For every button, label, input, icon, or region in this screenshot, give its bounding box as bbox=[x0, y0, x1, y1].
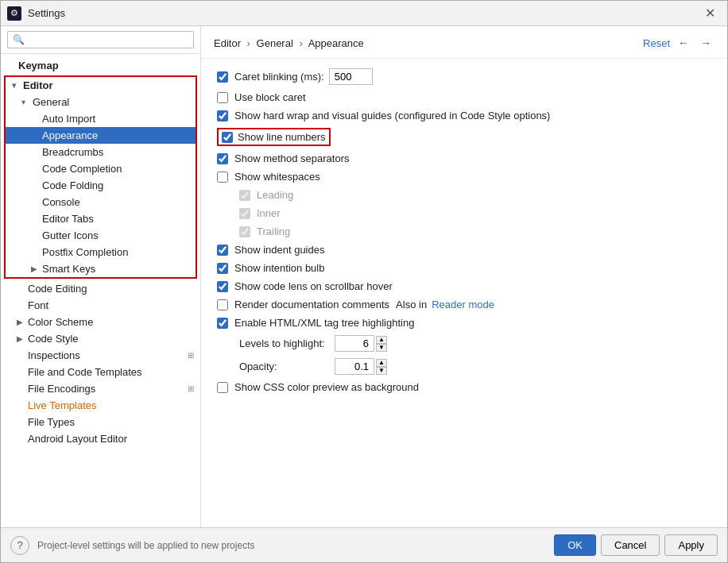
content-header: Editor › General › Appearance Reset ← → bbox=[201, 26, 727, 59]
sidebar-item-code-completion[interactable]: Code Completion bbox=[6, 160, 196, 177]
sidebar-item-font[interactable]: Font bbox=[1, 297, 200, 314]
opacity-increment-button[interactable]: ▲ bbox=[376, 359, 387, 367]
footer-buttons: OK Cancel Apply bbox=[554, 534, 718, 556]
forward-button[interactable]: → bbox=[697, 34, 714, 52]
show-line-numbers-checkbox[interactable] bbox=[222, 132, 233, 143]
trailing-row: Trailing bbox=[239, 226, 711, 237]
enable-html-xml-checkbox[interactable] bbox=[217, 318, 228, 329]
inner-checkbox[interactable] bbox=[239, 208, 250, 219]
sidebar-label-code-folding: Code Folding bbox=[42, 179, 103, 191]
help-button[interactable]: ? bbox=[10, 536, 29, 555]
sidebar-item-appearance[interactable]: Appearance bbox=[6, 127, 196, 144]
use-block-caret-checkbox[interactable] bbox=[217, 92, 228, 103]
sidebar-label-breadcrumbs: Breadcrumbs bbox=[42, 146, 103, 158]
show-css-preview-checkbox[interactable] bbox=[217, 382, 228, 393]
apply-button[interactable]: Apply bbox=[664, 534, 718, 556]
levels-increment-button[interactable]: ▲ bbox=[376, 336, 387, 344]
sidebar-item-file-types[interactable]: File Types bbox=[1, 414, 200, 430]
show-indent-guides-row: Show indent guides bbox=[217, 244, 711, 256]
sidebar-item-editor[interactable]: ▾ Editor bbox=[6, 77, 196, 94]
caret-blinking-label: Caret blinking (ms): bbox=[234, 71, 324, 83]
back-button[interactable]: ← bbox=[675, 34, 692, 52]
sidebar-label-postfix-completion: Postfix Completion bbox=[42, 246, 128, 258]
levels-decrement-button[interactable]: ▼ bbox=[376, 344, 387, 352]
breadcrumb-appearance: Appearance bbox=[308, 37, 364, 49]
close-button[interactable]: ✕ bbox=[699, 2, 721, 25]
settings-window: ⚙ Settings ✕ Keymap▾ Editor▾ GeneralAuto… bbox=[0, 0, 728, 563]
dialog-body: Keymap▾ Editor▾ GeneralAuto ImportAppear… bbox=[1, 26, 727, 562]
sidebar-label-editor-tabs: Editor Tabs bbox=[42, 213, 94, 225]
levels-to-highlight-spinner: ▲ ▼ bbox=[335, 335, 387, 352]
sidebar-item-smart-keys[interactable]: ▶ Smart Keys bbox=[6, 260, 196, 277]
show-method-separators-checkbox[interactable] bbox=[217, 153, 228, 164]
show-css-preview-label: Show CSS color preview as background bbox=[234, 381, 419, 393]
show-whitespaces-checkbox[interactable] bbox=[217, 172, 228, 183]
opacity-input[interactable] bbox=[335, 358, 374, 375]
levels-to-highlight-label: Levels to highlight: bbox=[239, 337, 335, 349]
main-area: Keymap▾ Editor▾ GeneralAuto ImportAppear… bbox=[1, 26, 727, 527]
badge-inspections: ⊞ bbox=[188, 351, 194, 360]
sidebar-item-inspections[interactable]: Inspections⊞ bbox=[1, 347, 200, 364]
breadcrumb: Editor › General › Appearance bbox=[214, 37, 643, 49]
opacity-decrement-button[interactable]: ▼ bbox=[376, 367, 387, 375]
sidebar-item-gutter-icons[interactable]: Gutter Icons bbox=[6, 227, 196, 244]
tree-arrow-color-scheme: ▶ bbox=[17, 318, 28, 326]
sidebar-item-keymap[interactable]: Keymap bbox=[1, 57, 200, 74]
sidebar-item-auto-import[interactable]: Auto Import bbox=[6, 110, 196, 127]
sidebar-label-file-code-templates: File and Code Templates bbox=[28, 366, 142, 378]
sidebar-item-file-code-templates[interactable]: File and Code Templates bbox=[1, 364, 200, 380]
inner-row: Inner bbox=[239, 207, 711, 219]
show-code-lens-checkbox[interactable] bbox=[217, 281, 228, 292]
show-indent-guides-checkbox[interactable] bbox=[217, 245, 228, 256]
show-hard-wrap-label: Show hard wrap and visual guides (config… bbox=[234, 110, 550, 121]
tree-arrow-code-style: ▶ bbox=[17, 334, 28, 343]
show-whitespaces-row: Show whitespaces bbox=[217, 171, 711, 183]
show-hard-wrap-row: Show hard wrap and visual guides (config… bbox=[217, 110, 711, 121]
sidebar-item-code-editing[interactable]: Code Editing bbox=[1, 280, 200, 297]
title-bar-text: Settings bbox=[28, 7, 699, 19]
ok-button[interactable]: OK bbox=[554, 534, 596, 556]
sidebar-item-breadcrumbs[interactable]: Breadcrumbs bbox=[6, 144, 196, 160]
header-actions: Reset ← → bbox=[643, 34, 714, 52]
reset-button[interactable]: Reset bbox=[643, 37, 670, 49]
sidebar-item-editor-tabs[interactable]: Editor Tabs bbox=[6, 210, 196, 227]
title-bar: ⚙ Settings ✕ bbox=[1, 1, 727, 26]
show-css-preview-row: Show CSS color preview as background bbox=[217, 381, 711, 393]
show-line-numbers-highlight: Show line numbers bbox=[217, 128, 331, 146]
sidebar-item-live-templates[interactable]: Live Templates bbox=[1, 397, 200, 414]
sidebar-item-code-style[interactable]: ▶ Code Style bbox=[1, 330, 200, 347]
cancel-button[interactable]: Cancel bbox=[601, 534, 660, 556]
trailing-checkbox[interactable] bbox=[239, 226, 250, 237]
render-doc-comments-checkbox[interactable] bbox=[217, 299, 228, 310]
reader-mode-link[interactable]: Reader mode bbox=[432, 299, 494, 310]
sidebar-label-live-templates: Live Templates bbox=[28, 399, 96, 411]
show-hard-wrap-checkbox[interactable] bbox=[217, 110, 228, 121]
levels-to-highlight-input[interactable] bbox=[335, 335, 374, 352]
sidebar-label-keymap: Keymap bbox=[18, 60, 59, 71]
use-block-caret-row: Use block caret bbox=[217, 91, 711, 103]
sidebar-item-general[interactable]: ▾ General bbox=[6, 94, 196, 110]
caret-blinking-checkbox[interactable] bbox=[217, 71, 228, 83]
search-box bbox=[1, 26, 200, 54]
show-code-lens-row: Show code lens on scrollbar hover bbox=[217, 280, 711, 292]
sidebar-item-postfix-completion[interactable]: Postfix Completion bbox=[6, 244, 196, 260]
leading-checkbox[interactable] bbox=[239, 190, 250, 201]
opacity-spinner: ▲ ▼ bbox=[335, 358, 387, 375]
sidebar-label-general: General bbox=[33, 96, 69, 108]
caret-blinking-input[interactable] bbox=[329, 68, 373, 85]
content-body: Caret blinking (ms): Use block caret Sho… bbox=[201, 59, 727, 527]
search-input[interactable] bbox=[7, 31, 194, 48]
app-icon: ⚙ bbox=[7, 6, 21, 21]
levels-spinner-buttons: ▲ ▼ bbox=[376, 336, 387, 352]
sidebar-item-color-scheme[interactable]: ▶ Color Scheme bbox=[1, 314, 200, 330]
show-intention-bulb-checkbox[interactable] bbox=[217, 263, 228, 274]
also-in-label: Also in bbox=[396, 299, 427, 310]
sidebar-item-file-encodings[interactable]: File Encodings⊞ bbox=[1, 380, 200, 397]
sidebar-item-android-layout-editor[interactable]: Android Layout Editor bbox=[1, 430, 200, 447]
sidebar-item-console[interactable]: Console bbox=[6, 194, 196, 210]
breadcrumb-general: General bbox=[257, 37, 293, 49]
show-intention-bulb-row: Show intention bulb bbox=[217, 262, 711, 274]
sidebar-item-code-folding[interactable]: Code Folding bbox=[6, 177, 196, 194]
sidebar-label-font: Font bbox=[28, 299, 48, 311]
sidebar-tree: Keymap▾ Editor▾ GeneralAuto ImportAppear… bbox=[1, 54, 200, 527]
